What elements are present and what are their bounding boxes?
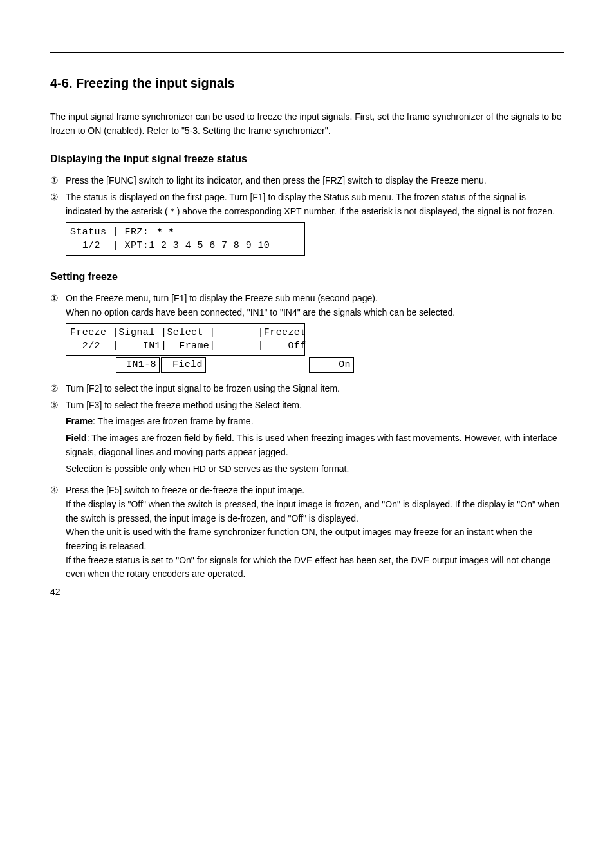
freeze-frame-text: : The images are frozen frame by frame.	[93, 416, 254, 426]
freeze-frame-label: Frame	[66, 416, 93, 426]
status-step1: Press the [FUNC] switch to light its ind…	[66, 174, 564, 188]
step-number-2-icon: ②	[50, 382, 66, 396]
freeze-lcd-display: Freeze |Signal |Select | |Freeze↓ 2/2 | …	[66, 323, 305, 356]
freeze-step4-b: If the display is "Off" when the switch …	[66, 498, 564, 525]
options-spacer	[66, 357, 115, 373]
status-step2: The status is displayed on the first pag…	[66, 191, 564, 218]
freeze-field-text: : The images are frozen field by field. …	[66, 433, 557, 457]
freeze-step4-d: If the freeze status is set to "On" for …	[66, 554, 564, 581]
status-step2-text-b: ) above the corresponding XPT number. If…	[177, 206, 555, 216]
step-number-3-icon: ③	[50, 399, 66, 413]
page-number: 42	[50, 587, 60, 597]
freeze-step4-a: Press the [F5] switch to freeze or de-fr…	[66, 484, 564, 498]
freeze-step1-a: On the Freeze menu, turn [F1] to display…	[66, 292, 564, 306]
step-number-2-icon: ②	[50, 191, 66, 205]
lcd-status-line1-prefix: Status | FRZ:	[70, 227, 155, 238]
section-title: 4-6. Freezing the input signals	[50, 76, 564, 91]
freeze-field-label: Field	[66, 433, 87, 443]
step-number-4-icon: ④	[50, 484, 66, 498]
freeze-step3-note: Selection is possible only when HD or SD…	[66, 462, 564, 476]
freeze-step2: Turn [F2] to select the input signal to …	[66, 382, 564, 396]
status-lcd-display: Status | FRZ: ＊ ＊ 1/2 | XPT:1 2 3 4 5 6 …	[66, 222, 305, 256]
step-number-1-icon: ①	[50, 174, 66, 188]
step-number-1-icon: ①	[50, 292, 66, 306]
status-heading: Displaying the input signal freeze statu…	[50, 153, 564, 165]
lcd-freeze-line1: Freeze |Signal |Select | |Freeze↓	[70, 327, 306, 338]
freeze-step4-c: When the unit is used with the frame syn…	[66, 525, 564, 553]
lcd-status-line2: 1/2 | XPT:1 2 3 4 5 6 7 8 9 10	[70, 240, 270, 251]
option-signal-range: IN1-8	[116, 357, 160, 373]
intro-paragraph: The input signal frame synchronizer can …	[50, 110, 564, 138]
options-gap	[207, 357, 308, 373]
freeze-heading: Setting freeze	[50, 271, 564, 283]
asterisk-icon: ＊	[168, 206, 177, 216]
freeze-step3-intro: Turn [F3] to select the freeze method us…	[66, 399, 564, 413]
freeze-step1-b: When no option cards have been connected…	[66, 306, 564, 320]
option-freeze-on: On	[309, 357, 354, 373]
lcd-asterisk-icon: ＊ ＊	[155, 226, 176, 236]
option-select-field: Field	[161, 357, 206, 373]
lcd-freeze-line2: 2/2 | IN1| Frame| | Off	[70, 341, 306, 352]
